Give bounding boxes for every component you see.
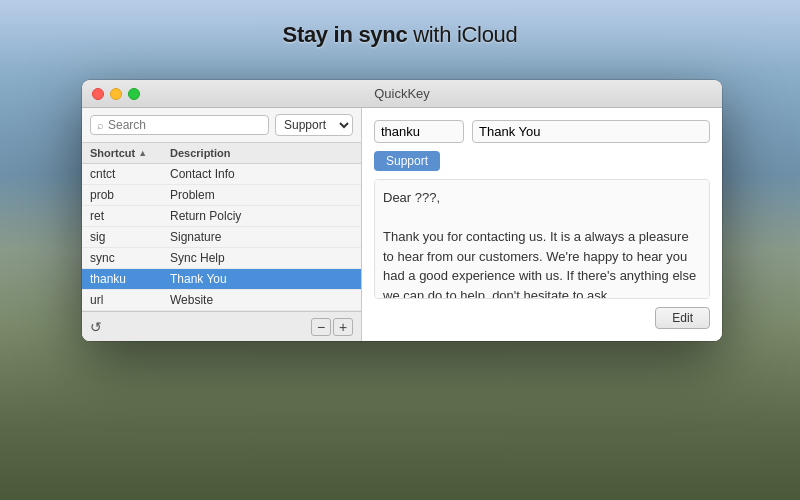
traffic-lights xyxy=(92,88,140,100)
cell-description: Return Polciy xyxy=(170,209,241,223)
window-content: ⌕ Support All Personal Work Shortcut ▲ D… xyxy=(82,108,722,341)
minimize-button[interactable] xyxy=(110,88,122,100)
search-input[interactable] xyxy=(108,118,262,132)
expansion-input[interactable] xyxy=(472,120,710,143)
desktop-title: Stay in sync with iCloud xyxy=(0,0,800,48)
edit-button[interactable]: Edit xyxy=(655,307,710,329)
refresh-button[interactable]: ↺ xyxy=(90,319,102,335)
cell-description: Problem xyxy=(170,188,215,202)
cell-shortcut: sig xyxy=(90,230,170,244)
window-title: QuickKey xyxy=(374,86,430,101)
shortcut-key-input[interactable] xyxy=(374,120,464,143)
table-row[interactable]: url Website xyxy=(82,290,361,311)
column-shortcut-header: Shortcut ▲ xyxy=(90,147,170,159)
table-row[interactable]: ret Return Polciy xyxy=(82,206,361,227)
cell-description: Sync Help xyxy=(170,251,225,265)
sort-arrow-icon: ▲ xyxy=(138,148,147,158)
title-bar: QuickKey xyxy=(82,80,722,108)
right-panel: Support Dear ???, Thank you for contacti… xyxy=(362,108,722,341)
cell-shortcut: prob xyxy=(90,188,170,202)
desktop-title-bold: Stay in sync xyxy=(283,22,408,47)
left-panel: ⌕ Support All Personal Work Shortcut ▲ D… xyxy=(82,108,362,341)
cell-shortcut: url xyxy=(90,293,170,307)
table-row[interactable]: sig Signature xyxy=(82,227,361,248)
search-icon: ⌕ xyxy=(97,119,104,131)
remove-button[interactable]: − xyxy=(311,318,331,336)
cell-shortcut: thanku xyxy=(90,272,170,286)
cell-description: Thank You xyxy=(170,272,227,286)
category-tag: Support xyxy=(374,151,710,171)
desktop-title-light: with iCloud xyxy=(407,22,517,47)
table-row-selected[interactable]: thanku Thank You xyxy=(82,269,361,290)
cell-description: Contact Info xyxy=(170,167,235,181)
edit-button-row: Edit xyxy=(374,307,710,329)
table-row[interactable]: sync Sync Help xyxy=(82,248,361,269)
close-button[interactable] xyxy=(92,88,104,100)
cell-shortcut: cntct xyxy=(90,167,170,181)
expansion-textarea[interactable]: Dear ???, Thank you for contacting us. I… xyxy=(374,179,710,299)
table-header: Shortcut ▲ Description xyxy=(82,143,361,164)
cell-description: Website xyxy=(170,293,213,307)
app-window: QuickKey ⌕ Support All Personal Work xyxy=(82,80,722,341)
category-select[interactable]: Support All Personal Work xyxy=(275,114,353,136)
bottom-toolbar: ↺ − + xyxy=(82,311,361,341)
table-row[interactable]: prob Problem xyxy=(82,185,361,206)
table-row[interactable]: cntct Contact Info xyxy=(82,164,361,185)
search-input-wrap: ⌕ xyxy=(90,115,269,135)
column-description-header: Description xyxy=(170,147,231,159)
cell-shortcut: sync xyxy=(90,251,170,265)
category-tag-label: Support xyxy=(374,151,440,171)
search-bar: ⌕ Support All Personal Work xyxy=(82,108,361,143)
add-button[interactable]: + xyxy=(333,318,353,336)
cell-shortcut: ret xyxy=(90,209,170,223)
maximize-button[interactable] xyxy=(128,88,140,100)
table-rows: cntct Contact Info prob Problem ret Retu… xyxy=(82,164,361,311)
cell-description: Signature xyxy=(170,230,221,244)
add-remove-buttons: − + xyxy=(311,318,353,336)
shortcut-row xyxy=(374,120,710,143)
